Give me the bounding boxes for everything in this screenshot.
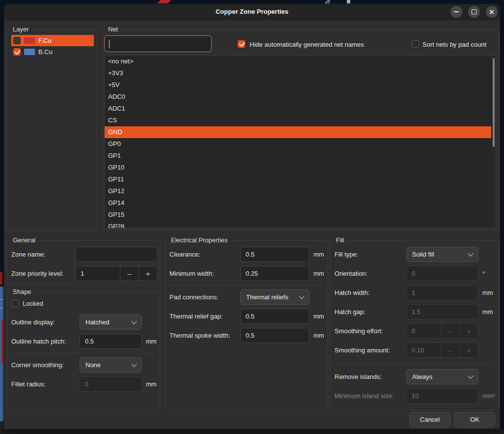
- layer-row-b-cu[interactable]: B.Cu: [11, 46, 94, 58]
- net-item[interactable]: GP0: [105, 138, 496, 150]
- fill-group-label: Fill: [334, 236, 347, 244]
- layer-color-swatch: [24, 37, 35, 44]
- layer-row-f-cu[interactable]: F.Cu: [11, 35, 94, 46]
- spinner-value: 0.10: [407, 347, 441, 354]
- smoothing-effort-row: Smoothing effort:0: [335, 323, 495, 339]
- pad-connections-row: Pad connections:Thermal reliefs: [169, 289, 324, 305]
- minimum-island-size-input[interactable]: 10: [406, 388, 478, 404]
- chevron-down-icon: [468, 373, 473, 378]
- orientation-input[interactable]: 0: [406, 266, 478, 281]
- remove-islands-select[interactable]: Always: [406, 369, 478, 384]
- layer-name: F.Cu: [38, 37, 52, 44]
- minimum-width-input[interactable]: 0.25: [240, 266, 309, 281]
- maximize-button[interactable]: [468, 6, 480, 18]
- layer-checkbox[interactable]: [13, 37, 21, 44]
- net-item[interactable]: ADC1: [105, 103, 496, 115]
- smoothing-amount-spinner[interactable]: 0.10: [406, 343, 478, 358]
- sort-nets-label: Sort nets by pad count: [422, 40, 486, 49]
- zone-name-input[interactable]: [75, 247, 158, 262]
- layer-color-swatch: [24, 49, 35, 55]
- net-item[interactable]: GP10: [105, 162, 496, 174]
- zone-priority-level-row: Zone priority level:1: [11, 266, 156, 281]
- net-item[interactable]: GP1: [105, 150, 496, 162]
- thermal-relief-gap-label: Thermal relief gap:: [169, 313, 240, 320]
- thermal-relief-gap-input[interactable]: 0.5: [240, 309, 309, 324]
- increment-button[interactable]: [459, 343, 478, 357]
- thermal-spoke-width-input[interactable]: 0.5: [240, 328, 309, 343]
- fillet-radius-input[interactable]: 0: [80, 376, 142, 392]
- spinner-value: 0: [407, 327, 441, 335]
- hatch-width-label: Hatch width:: [335, 289, 406, 296]
- minimum-width-row: Minimum width:0.25mm: [169, 266, 324, 281]
- clearance-input[interactable]: 0.5: [240, 247, 309, 262]
- close-button[interactable]: [486, 6, 498, 18]
- ok-button[interactable]: OK: [454, 412, 495, 427]
- remove-islands-row: Remove islands:Always: [335, 369, 495, 384]
- minimize-button[interactable]: [450, 6, 462, 18]
- unit-label: mm²: [482, 392, 495, 400]
- input-value: 0.25: [246, 270, 258, 277]
- net-list: <no net>+3V3+5VADC0ADC1CSGNDGP0GP1GP10GP…: [104, 55, 496, 229]
- clearance-row: Clearance:0.5mm: [169, 247, 324, 262]
- unit-label: mm: [313, 270, 324, 277]
- layer-group-label: Layer: [10, 26, 31, 33]
- titlebar[interactable]: Copper Zone Properties: [4, 4, 500, 20]
- hide-auto-nets-checkbox[interactable]: [238, 40, 245, 48]
- thermal-spoke-width-label: Thermal spoke width:: [169, 332, 240, 339]
- hatch-gap-input[interactable]: 1.5: [406, 304, 478, 319]
- text-caret: [109, 40, 110, 48]
- decrement-button[interactable]: [441, 343, 459, 357]
- layer-name: B.Cu: [38, 48, 53, 56]
- fill-type-select[interactable]: Solid fill: [406, 247, 478, 262]
- net-item[interactable]: GP12: [105, 185, 496, 197]
- cancel-button[interactable]: Cancel: [409, 412, 450, 427]
- outline-hatch-pitch-label: Outline hatch pitch:: [11, 338, 80, 345]
- fillet-radius-label: Fillet radius:: [11, 380, 80, 388]
- net-item[interactable]: GND: [105, 126, 496, 138]
- net-item[interactable]: GP11: [105, 174, 496, 185]
- input-value: 0.5: [85, 338, 94, 345]
- net-item[interactable]: <no net>: [105, 56, 496, 67]
- net-item[interactable]: GP28: [105, 221, 496, 229]
- outline-display-select[interactable]: Hatched: [80, 315, 142, 330]
- divider: [169, 285, 324, 286]
- net-filter-input[interactable]: [104, 35, 212, 52]
- pad-connections-select[interactable]: Thermal reliefs: [240, 289, 309, 305]
- minimum-island-size-label: Minimum island size:: [335, 392, 406, 400]
- smoothing-effort-spinner[interactable]: 0: [406, 323, 478, 339]
- hatch-width-input[interactable]: 1: [406, 285, 478, 300]
- locked-checkbox[interactable]: [11, 300, 19, 307]
- unit-label: °: [482, 270, 485, 277]
- shape-group-label: Shape: [10, 288, 34, 295]
- sort-nets-checkbox[interactable]: [412, 40, 419, 48]
- net-item[interactable]: ADC0: [105, 91, 496, 103]
- outline-hatch-pitch-input[interactable]: 0.5: [80, 334, 142, 349]
- net-item[interactable]: +5V: [105, 79, 496, 91]
- remove-islands-label: Remove islands:: [335, 373, 406, 380]
- layer-checkbox[interactable]: [13, 48, 21, 56]
- decrement-button[interactable]: [120, 266, 139, 281]
- net-list-rows: <no net>+3V3+5VADC0ADC1CSGNDGP0GP1GP10GP…: [105, 56, 496, 229]
- net-item[interactable]: +3V3: [105, 67, 496, 79]
- input-value: 0.5: [246, 251, 254, 258]
- net-item[interactable]: GP15: [105, 209, 496, 221]
- hide-auto-nets-label: Hide automatically generated net names: [250, 40, 364, 49]
- net-item[interactable]: GP14: [105, 197, 496, 209]
- orientation-row: Orientation:0°: [335, 266, 495, 281]
- locked-label: Locked: [23, 300, 43, 307]
- unit-label: mm: [313, 313, 324, 320]
- scrollbar-thumb[interactable]: [493, 58, 495, 147]
- increment-button[interactable]: [459, 324, 478, 338]
- thermal-relief-gap-row: Thermal relief gap:0.5mm: [169, 309, 324, 324]
- corner-smoothing-select[interactable]: None: [80, 357, 142, 373]
- increment-button[interactable]: [139, 266, 157, 281]
- smoothing-effort-label: Smoothing effort:: [335, 327, 406, 335]
- zone-priority-level-spinner[interactable]: 1: [75, 266, 158, 281]
- decrement-button[interactable]: [441, 324, 459, 338]
- select-value: Always: [407, 373, 469, 380]
- net-item[interactable]: CS: [105, 115, 496, 126]
- net-list-scrollbar[interactable]: [491, 56, 496, 228]
- zone-name-row: Zone name:: [11, 247, 156, 262]
- fill-group: Fill Fill type:Solid fillOrientation:0°H…: [330, 240, 499, 410]
- button-separator: [4, 409, 500, 409]
